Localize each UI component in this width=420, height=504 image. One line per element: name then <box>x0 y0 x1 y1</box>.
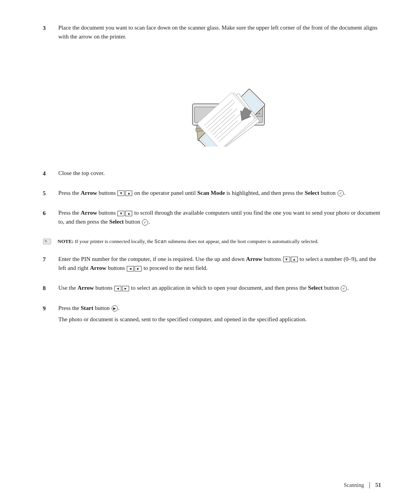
arrow-left-icon-2: ◄ <box>114 286 121 291</box>
step-8: 8 Use the Arrow buttons ◄► to select an … <box>43 284 381 295</box>
page-footer: Scanning 51 <box>344 482 381 488</box>
note-content: NOTE: If your printer is connected local… <box>58 238 318 248</box>
svg-point-8 <box>259 112 261 114</box>
step-6-content: Press the Arrow buttons ▼▲ to scroll thr… <box>58 208 381 229</box>
arrow-left-icon: ◄ <box>127 266 134 271</box>
step-3-text: Place the document you want to scan face… <box>58 23 381 42</box>
arrow-right-icon-2: ► <box>122 286 129 291</box>
step-4: 4 Close the top cover. <box>43 169 381 180</box>
select-icon-3: ✓ <box>341 285 347 292</box>
start-icon: ▶ <box>112 305 118 312</box>
step-5: 5 Press the Arrow buttons ▼▲ on the oper… <box>43 189 381 200</box>
step-7-text: Enter the PIN number for the computer, i… <box>58 255 381 273</box>
step-number-9: 9 <box>43 304 58 327</box>
step-8-text: Use the Arrow buttons ◄► to select an ap… <box>58 284 381 292</box>
arrow-down-icon: ▼ <box>117 191 124 196</box>
scanner-illustration <box>74 53 381 147</box>
step-7-content: Enter the PIN number for the computer, i… <box>58 255 381 275</box>
step-number-4: 4 <box>43 169 58 180</box>
step-number-8: 8 <box>43 284 58 295</box>
step-4-text: Close the top cover. <box>58 169 381 178</box>
arrow-down-icon-3: ▼ <box>283 257 290 262</box>
arrow-up-icon: ▲ <box>125 191 132 196</box>
note-text: If your printer is connected locally, th… <box>75 238 318 244</box>
arrow-up-icon-3: ▲ <box>291 257 298 262</box>
arrow-down-icon-2: ▼ <box>117 211 124 216</box>
footer-divider <box>369 482 370 488</box>
step-number-6: 6 <box>43 208 58 229</box>
step-5-content: Press the Arrow buttons ▼▲ on the operat… <box>58 189 381 200</box>
step-6-text: Press the Arrow buttons ▼▲ to scroll thr… <box>58 208 381 227</box>
note-label: NOTE: <box>58 238 74 244</box>
step-3-content: Place the document you want to scan face… <box>58 23 381 160</box>
scanner-svg <box>173 53 282 147</box>
step-7: 7 Enter the PIN number for the computer,… <box>43 255 381 275</box>
step-9-text: Press the Start button ▶. <box>58 304 381 313</box>
note-pencil-icon: ✎ <box>43 238 54 248</box>
page: 3 Place the document you want to scan fa… <box>0 0 420 504</box>
select-icon-2: ✓ <box>142 219 148 226</box>
note-item: ✎ NOTE: If your printer is connected loc… <box>43 238 381 248</box>
arrow-right-icon: ► <box>135 266 142 271</box>
step-9-content: Press the Start button ▶. The photo or d… <box>58 304 381 327</box>
footer-page-number: 51 <box>375 482 381 488</box>
arrow-up-icon-2: ▲ <box>125 211 132 216</box>
step-list: 3 Place the document you want to scan fa… <box>43 23 381 326</box>
step-number-5: 5 <box>43 189 58 200</box>
step-8-content: Use the Arrow buttons ◄► to select an ap… <box>58 284 381 295</box>
step-number-3: 3 <box>43 23 58 160</box>
footer-section: Scanning <box>344 482 364 488</box>
select-icon: ✓ <box>338 190 344 196</box>
step-9-continuation: The photo or document is scanned, sent t… <box>58 315 381 324</box>
step-5-text: Press the Arrow buttons ▼▲ on the operat… <box>58 189 381 198</box>
step-6: 6 Press the Arrow buttons ▼▲ to scroll t… <box>43 208 381 229</box>
svg-text:✎: ✎ <box>44 239 47 243</box>
step-4-content: Close the top cover. <box>58 169 381 180</box>
step-9: 9 Press the Start button ▶. The photo or… <box>43 304 381 327</box>
step-number-7: 7 <box>43 255 58 275</box>
step-3: 3 Place the document you want to scan fa… <box>43 23 381 160</box>
